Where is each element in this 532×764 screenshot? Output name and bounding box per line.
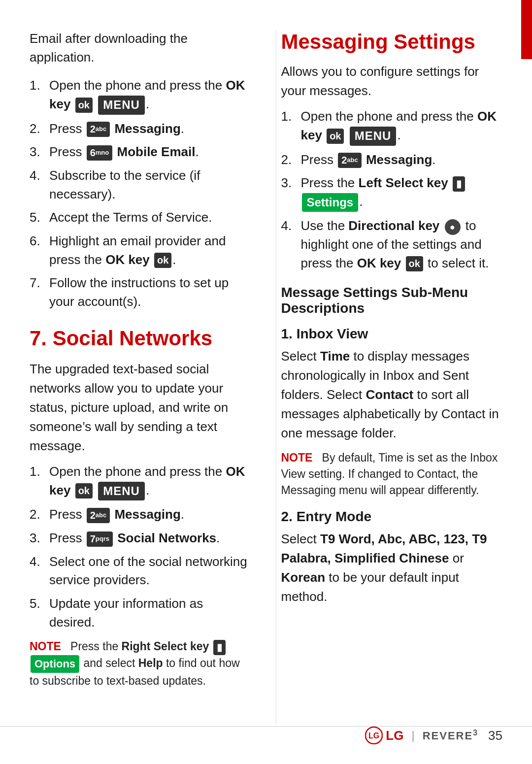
list-item: 2. Press 2abc Messaging. — [281, 151, 503, 169]
ok-key-badge: ok — [75, 98, 93, 113]
key-2abc-3: 2abc — [338, 153, 362, 168]
page-number: 35 — [488, 728, 502, 743]
intro-text: Email after downloading the application. — [30, 30, 251, 66]
submenu-title: Message Settings Sub-Menu Descriptions — [281, 285, 503, 316]
ok-key-badge-5: ok — [406, 256, 423, 271]
list-item: 5. Accept the Terms of Service. — [30, 208, 251, 227]
footer: LG LG | REVERE3 35 — [0, 726, 532, 744]
right-column: Messaging Settings Allows you to configu… — [276, 30, 503, 725]
messaging-settings-title: Messaging Settings — [281, 30, 503, 54]
social-networks-list: 1. Open the phone and press the OK key o… — [30, 463, 251, 631]
inbox-view-text: Select Time to display messages chronolo… — [281, 347, 503, 443]
list-item: 3. Press 6mno Mobile Email. — [30, 143, 251, 162]
list-item: 1. Open the phone and press the OK key o… — [281, 107, 503, 145]
list-item: 4. Subscribe to the service (if necessar… — [30, 166, 251, 203]
list-item: 1. Open the phone and press the OK key o… — [30, 76, 251, 114]
ok-key-badge-3: ok — [75, 483, 93, 498]
page: Email after downloading the application.… — [0, 0, 532, 764]
key-7pqrs: 7pqrs — [87, 531, 113, 547]
lg-circle-logo: LG — [365, 727, 383, 744]
ok-key-badge-4: ok — [327, 129, 344, 144]
email-steps-list: 1. Open the phone and press the OK key o… — [30, 76, 251, 311]
social-note: NOTE Press the Right Select key ▮ Option… — [30, 638, 251, 689]
key-6mno: 6mno — [87, 145, 113, 161]
footer-inner: LG LG | REVERE3 35 — [365, 727, 502, 744]
key-2abc: 2abc — [87, 122, 110, 137]
list-item: 4. Use the Directional key ● to highligh… — [281, 217, 503, 272]
inbox-view-title: 1. Inbox View — [281, 326, 503, 342]
menu-badge-3: MENU — [350, 127, 397, 146]
options-badge: Options — [31, 655, 79, 673]
list-item: 2. Press 2abc Messaging. — [30, 505, 251, 524]
menu-badge: MENU — [98, 96, 145, 115]
red-tab — [521, 0, 532, 59]
section-7-intro: The upgraded text-based social networks … — [30, 360, 251, 456]
list-item: 2. Press 2abc Messaging. — [30, 120, 251, 138]
messaging-settings-intro: Allows you to configure settings for you… — [281, 62, 503, 100]
list-item: 3. Press the Left Select key ▮ Settings. — [281, 174, 503, 212]
left-column: Email after downloading the application.… — [30, 30, 256, 725]
inbox-note: NOTE By default, Time is set as the Inbo… — [281, 450, 503, 499]
dir-key-icon: ● — [445, 219, 461, 235]
settings-badge: Settings — [302, 193, 359, 212]
list-item: 5. Update your information as desired. — [30, 595, 251, 631]
list-item: 1. Open the phone and press the OK key o… — [30, 463, 251, 500]
list-item: 4. Select one of the social networking s… — [30, 553, 251, 590]
list-item: 6. Highlight an email provider and press… — [30, 232, 251, 269]
entry-mode-text: Select T9 Word, Abc, ABC, 123, T9 Palabr… — [281, 530, 503, 606]
revere-brand: REVERE3 — [423, 729, 478, 742]
entry-mode-title: 2. Entry Mode — [281, 509, 503, 525]
list-item: 3. Press 7pqrs Social Networks. — [30, 529, 251, 548]
right-select-key-badge: ▮ — [213, 640, 226, 655]
ok-key-badge-2: ok — [154, 253, 171, 268]
messaging-settings-list: 1. Open the phone and press the OK key o… — [281, 107, 503, 272]
left-select-key-badge: ▮ — [453, 176, 465, 192]
list-item: 7. Follow the instructions to set up you… — [30, 274, 251, 311]
key-2abc-2: 2abc — [87, 508, 110, 523]
section-7-title: 7. Social Networks — [30, 326, 251, 351]
lg-logo: LG LG — [365, 727, 403, 744]
svg-text:LG: LG — [368, 731, 379, 740]
menu-badge-2: MENU — [98, 482, 145, 501]
